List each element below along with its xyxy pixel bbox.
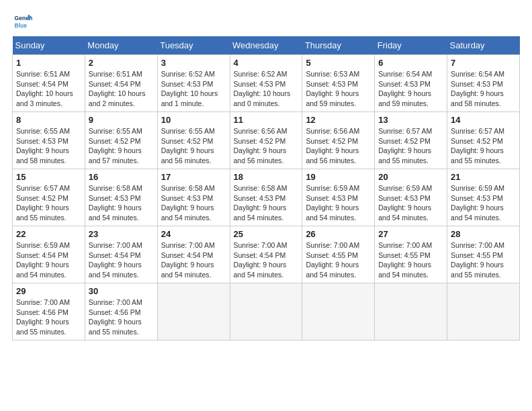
col-header-wednesday: Wednesday [230, 36, 302, 55]
day-info: Sunrise: 6:58 AM Sunset: 4:53 PM Dayligh… [161, 183, 226, 223]
day-info: Sunrise: 6:57 AM Sunset: 4:52 PM Dayligh… [16, 183, 81, 223]
day-info: Sunrise: 6:59 AM Sunset: 4:53 PM Dayligh… [451, 183, 516, 223]
sunset-text: Sunset: 4:54 PM [16, 80, 69, 88]
sunrise-text: Sunrise: 6:53 AM [306, 70, 359, 78]
day-info: Sunrise: 6:51 AM Sunset: 4:54 PM Dayligh… [89, 69, 154, 109]
day-number: 7 [451, 58, 516, 68]
sunset-text: Sunset: 4:55 PM [306, 251, 358, 259]
day-number: 9 [89, 115, 154, 125]
day-number: 12 [306, 115, 371, 125]
sunrise-text: Sunrise: 6:58 AM [161, 184, 215, 192]
day-number: 27 [378, 229, 443, 239]
daylight-text: Daylight: 9 hours and 55 minutes. [451, 261, 504, 279]
daylight-text: Daylight: 9 hours and 56 minutes. [234, 146, 287, 165]
daylight-text: Daylight: 9 hours and 55 minutes. [16, 203, 69, 222]
calendar-row-2: 8 Sunrise: 6:55 AM Sunset: 4:53 PM Dayli… [13, 112, 520, 169]
sunrise-text: Sunrise: 6:54 AM [378, 70, 432, 78]
day-number: 28 [451, 229, 516, 239]
sunrise-text: Sunrise: 7:00 AM [16, 298, 70, 306]
day-number: 26 [306, 229, 371, 239]
calendar-row-1: 1 Sunrise: 6:51 AM Sunset: 4:54 PM Dayli… [13, 55, 520, 112]
day-info: Sunrise: 7:00 AM Sunset: 4:54 PM Dayligh… [89, 240, 154, 280]
calendar-cell-3: 3 Sunrise: 6:52 AM Sunset: 4:53 PM Dayli… [157, 55, 230, 112]
sunset-text: Sunset: 4:53 PM [451, 80, 503, 88]
sunrise-text: Sunrise: 7:00 AM [89, 298, 142, 306]
sunrise-text: Sunrise: 7:00 AM [161, 241, 215, 249]
daylight-text: Daylight: 9 hours and 56 minutes. [306, 146, 359, 165]
day-info: Sunrise: 6:54 AM Sunset: 4:53 PM Dayligh… [378, 69, 443, 109]
sunset-text: Sunset: 4:55 PM [378, 251, 431, 259]
calendar-cell-empty [230, 283, 302, 340]
calendar-cell-5: 5 Sunrise: 6:53 AM Sunset: 4:53 PM Dayli… [302, 55, 375, 112]
day-info: Sunrise: 6:52 AM Sunset: 4:53 PM Dayligh… [161, 69, 226, 109]
day-info: Sunrise: 6:57 AM Sunset: 4:52 PM Dayligh… [378, 126, 443, 166]
daylight-text: Daylight: 9 hours and 55 minutes. [378, 146, 431, 165]
day-info: Sunrise: 6:56 AM Sunset: 4:52 PM Dayligh… [306, 126, 371, 166]
sunset-text: Sunset: 4:53 PM [161, 80, 214, 88]
daylight-text: Daylight: 9 hours and 54 minutes. [234, 261, 287, 279]
calendar-cell-27: 27 Sunrise: 7:00 AM Sunset: 4:55 PM Dayl… [375, 226, 447, 283]
col-header-thursday: Thursday [302, 36, 375, 55]
daylight-text: Daylight: 9 hours and 54 minutes. [161, 203, 214, 222]
sunset-text: Sunset: 4:53 PM [161, 194, 214, 202]
calendar-cell-18: 18 Sunrise: 6:58 AM Sunset: 4:53 PM Dayl… [230, 169, 302, 226]
sunrise-text: Sunrise: 6:57 AM [16, 184, 70, 192]
col-header-sunday: Sunday [13, 36, 85, 55]
day-info: Sunrise: 6:59 AM Sunset: 4:54 PM Dayligh… [16, 240, 81, 280]
daylight-text: Daylight: 9 hours and 57 minutes. [89, 146, 142, 165]
sunset-text: Sunset: 4:53 PM [234, 194, 286, 202]
sunrise-text: Sunrise: 6:57 AM [451, 127, 504, 135]
calendar-row-5: 29 Sunrise: 7:00 AM Sunset: 4:56 PM Dayl… [13, 283, 520, 340]
calendar-cell-22: 22 Sunrise: 6:59 AM Sunset: 4:54 PM Dayl… [13, 226, 85, 283]
sunset-text: Sunset: 4:55 PM [451, 251, 503, 259]
sunrise-text: Sunrise: 6:51 AM [16, 70, 70, 78]
calendar-cell-20: 20 Sunrise: 6:59 AM Sunset: 4:53 PM Dayl… [375, 169, 447, 226]
day-info: Sunrise: 7:00 AM Sunset: 4:54 PM Dayligh… [234, 240, 299, 280]
day-info: Sunrise: 7:00 AM Sunset: 4:55 PM Dayligh… [378, 240, 443, 280]
calendar-cell-16: 16 Sunrise: 6:58 AM Sunset: 4:53 PM Dayl… [85, 169, 157, 226]
day-info: Sunrise: 6:51 AM Sunset: 4:54 PM Dayligh… [16, 69, 81, 109]
sunrise-text: Sunrise: 6:55 AM [89, 127, 142, 135]
day-info: Sunrise: 7:00 AM Sunset: 4:55 PM Dayligh… [306, 240, 371, 280]
sunrise-text: Sunrise: 6:59 AM [306, 184, 359, 192]
calendar-cell-empty [447, 283, 520, 340]
sunset-text: Sunset: 4:52 PM [16, 194, 69, 202]
calendar-cell-24: 24 Sunrise: 7:00 AM Sunset: 4:54 PM Dayl… [157, 226, 230, 283]
day-number: 22 [16, 229, 81, 239]
day-number: 6 [378, 58, 443, 68]
sunrise-text: Sunrise: 7:00 AM [89, 241, 142, 249]
day-number: 14 [451, 115, 516, 125]
calendar-cell-17: 17 Sunrise: 6:58 AM Sunset: 4:53 PM Dayl… [157, 169, 230, 226]
daylight-text: Daylight: 9 hours and 54 minutes. [89, 261, 142, 279]
sunrise-text: Sunrise: 6:58 AM [89, 184, 142, 192]
sunrise-text: Sunrise: 7:00 AM [451, 241, 504, 249]
sunrise-text: Sunrise: 7:00 AM [306, 241, 359, 249]
calendar-row-4: 22 Sunrise: 6:59 AM Sunset: 4:54 PM Dayl… [13, 226, 520, 283]
daylight-text: Daylight: 9 hours and 59 minutes. [306, 89, 359, 107]
calendar-cell-6: 6 Sunrise: 6:54 AM Sunset: 4:53 PM Dayli… [375, 55, 447, 112]
calendar-cell-11: 11 Sunrise: 6:56 AM Sunset: 4:52 PM Dayl… [230, 112, 302, 169]
daylight-text: Daylight: 9 hours and 54 minutes. [89, 203, 142, 222]
day-info: Sunrise: 6:57 AM Sunset: 4:52 PM Dayligh… [451, 126, 516, 166]
day-number: 20 [378, 172, 443, 182]
daylight-text: Daylight: 9 hours and 59 minutes. [378, 89, 431, 107]
sunset-text: Sunset: 4:52 PM [89, 137, 141, 145]
day-info: Sunrise: 6:58 AM Sunset: 4:53 PM Dayligh… [234, 183, 299, 223]
calendar-cell-1: 1 Sunrise: 6:51 AM Sunset: 4:54 PM Dayli… [13, 55, 85, 112]
day-number: 16 [89, 172, 154, 182]
header: General Blue [7, 7, 525, 34]
sunrise-text: Sunrise: 6:56 AM [306, 127, 359, 135]
sunset-text: Sunset: 4:53 PM [306, 194, 358, 202]
day-number: 8 [16, 115, 81, 125]
sunset-text: Sunset: 4:53 PM [89, 194, 141, 202]
sunrise-text: Sunrise: 7:00 AM [378, 241, 432, 249]
sunset-text: Sunset: 4:54 PM [161, 251, 214, 259]
day-number: 1 [16, 58, 81, 68]
sunrise-text: Sunrise: 6:55 AM [16, 127, 70, 135]
day-number: 17 [161, 172, 226, 182]
calendar-cell-15: 15 Sunrise: 6:57 AM Sunset: 4:52 PM Dayl… [13, 169, 85, 226]
sunset-text: Sunset: 4:52 PM [234, 137, 286, 145]
daylight-text: Daylight: 9 hours and 58 minutes. [16, 146, 69, 165]
calendar-cell-29: 29 Sunrise: 7:00 AM Sunset: 4:56 PM Dayl… [13, 283, 85, 340]
calendar-table: SundayMondayTuesdayWednesdayThursdayFrid… [12, 36, 520, 340]
